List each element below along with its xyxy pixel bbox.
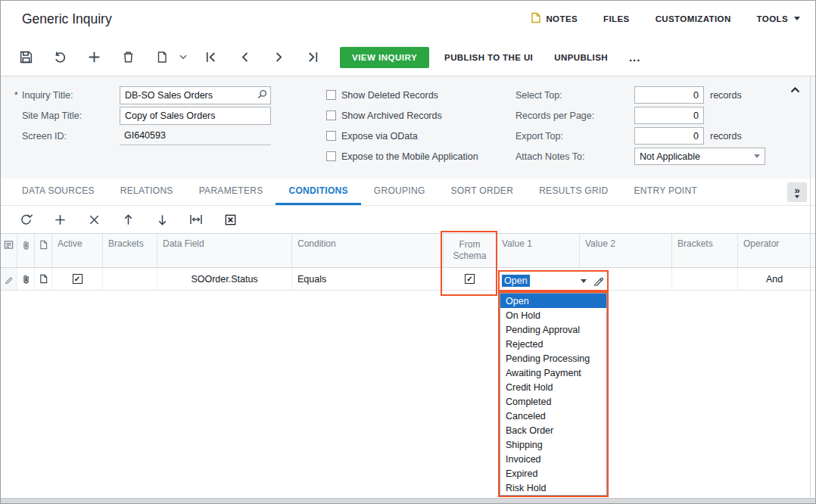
column-header-value1[interactable]: Value 1 bbox=[497, 234, 580, 267]
chevron-down-icon bbox=[754, 154, 760, 158]
row-activities-cell[interactable] bbox=[35, 268, 52, 290]
from-schema-cell[interactable]: ✓ bbox=[444, 268, 497, 290]
collapse-panel-button[interactable] bbox=[790, 82, 800, 96]
row-selector-cell[interactable] bbox=[1, 268, 17, 290]
tab-results-grid[interactable]: RESULTS GRID bbox=[526, 179, 621, 205]
data-field-cell[interactable]: SOOrder.Status bbox=[157, 268, 292, 290]
site-map-title-input[interactable] bbox=[120, 107, 271, 125]
column-header-condition[interactable]: Condition bbox=[292, 234, 444, 267]
condition-cell[interactable]: Equals bbox=[292, 268, 444, 290]
add-record-button[interactable] bbox=[81, 45, 107, 70]
files-button[interactable]: FILES bbox=[603, 14, 630, 23]
save-button[interactable] bbox=[13, 45, 39, 70]
tab-parameters[interactable]: PARAMETERS bbox=[186, 179, 276, 205]
column-header-data-field[interactable]: Data Field bbox=[157, 234, 292, 267]
tab-entry-point[interactable]: ENTRY POINT bbox=[621, 179, 711, 205]
form-right-column: Select Top: records Records per Page: Ex… bbox=[515, 85, 765, 166]
column-header-from-schema[interactable]: From Schema bbox=[444, 234, 497, 267]
show-deleted-records-checkbox[interactable]: Show Deleted Records bbox=[326, 85, 478, 105]
select-top-input[interactable] bbox=[634, 86, 704, 104]
active-cell[interactable]: ✓ bbox=[52, 268, 103, 290]
tab-conditions[interactable]: CONDITIONS bbox=[276, 179, 360, 205]
option-back-order[interactable]: Back Order bbox=[500, 423, 606, 437]
from-schema-checkbox-checked[interactable]: ✓ bbox=[465, 274, 475, 284]
column-header-notes[interactable] bbox=[1, 234, 17, 267]
tabs-overflow-button[interactable]: » bbox=[787, 182, 807, 202]
option-open[interactable]: Open bbox=[500, 294, 606, 308]
x-icon bbox=[89, 214, 100, 226]
tab-relations[interactable]: RELATIONS bbox=[107, 179, 186, 205]
attach-notes-value: Not Applicable bbox=[640, 151, 754, 162]
add-row-button[interactable] bbox=[47, 207, 73, 232]
value1-combo-editor[interactable]: Open bbox=[498, 270, 609, 291]
option-awaiting-payment[interactable]: Awaiting Payment bbox=[500, 366, 606, 380]
status-dropdown-list: Open On Hold Pending Approval Rejected P… bbox=[498, 291, 609, 497]
copy-icon bbox=[155, 50, 169, 64]
go-last-button[interactable] bbox=[300, 45, 325, 70]
records-per-page-input[interactable] bbox=[634, 107, 704, 124]
column-header-operator[interactable]: Operator bbox=[738, 234, 811, 267]
tab-sort-order[interactable]: SORT ORDER bbox=[438, 179, 527, 205]
option-risk-hold[interactable]: Risk Hold bbox=[500, 481, 606, 495]
move-row-up-button[interactable] bbox=[115, 207, 141, 232]
column-header-brackets[interactable]: Brackets bbox=[103, 234, 157, 267]
tab-data-sources[interactable]: DATA SOURCES bbox=[9, 179, 107, 205]
save-icon bbox=[19, 50, 33, 64]
brackets-cell[interactable] bbox=[103, 268, 157, 290]
screen-id-value: GI640593 bbox=[120, 127, 271, 145]
column-header-activities[interactable] bbox=[35, 234, 52, 267]
operator-cell[interactable]: And bbox=[738, 268, 811, 290]
expose-mobile-checkbox[interactable]: Expose to the Mobile Application bbox=[326, 146, 478, 166]
show-archived-records-checkbox[interactable]: Show Archived Records bbox=[326, 105, 478, 126]
column-header-brackets2[interactable]: Brackets bbox=[672, 234, 738, 267]
option-shipping[interactable]: Shipping bbox=[500, 437, 606, 452]
go-first-button[interactable] bbox=[198, 45, 223, 70]
pencil-edit-icon[interactable] bbox=[593, 276, 603, 286]
export-to-excel-button[interactable] bbox=[217, 207, 243, 232]
column-header-value2[interactable]: Value 2 bbox=[580, 234, 672, 267]
option-pending-approval[interactable]: Pending Approval bbox=[500, 322, 606, 337]
attach-notes-select[interactable]: Not Applicable bbox=[634, 148, 765, 165]
go-previous-button[interactable] bbox=[232, 45, 257, 70]
trash-icon bbox=[121, 50, 135, 64]
inquiry-title-input[interactable] bbox=[120, 86, 271, 104]
view-inquiry-button[interactable]: VIEW INQUIRY bbox=[340, 47, 429, 68]
delete-record-button[interactable] bbox=[115, 45, 141, 70]
option-pending-processing[interactable]: Pending Processing bbox=[500, 351, 606, 366]
expose-odata-checkbox[interactable]: Expose via OData bbox=[326, 126, 478, 146]
more-actions-button[interactable]: ... bbox=[618, 46, 652, 69]
copy-inquiry-button[interactable] bbox=[149, 45, 175, 70]
arrow-down-icon bbox=[156, 213, 169, 226]
notes-icon bbox=[531, 12, 541, 25]
delete-row-button[interactable] bbox=[81, 207, 107, 232]
row-files-cell[interactable] bbox=[17, 268, 35, 290]
active-checkbox-checked[interactable]: ✓ bbox=[73, 274, 83, 284]
refresh-button[interactable] bbox=[13, 207, 39, 232]
customization-button[interactable]: CUSTOMIZATION bbox=[656, 14, 731, 23]
tab-grouping[interactable]: GROUPING bbox=[361, 179, 438, 205]
option-expired[interactable]: Expired bbox=[500, 466, 606, 481]
option-rejected[interactable]: Rejected bbox=[500, 337, 606, 351]
publish-to-ui-button[interactable]: PUBLISH TO THE UI bbox=[434, 46, 543, 69]
option-invoiced[interactable]: Invoiced bbox=[500, 452, 606, 466]
fit-width-button[interactable] bbox=[183, 207, 209, 232]
fit-width-icon bbox=[189, 213, 203, 226]
brackets2-cell[interactable] bbox=[672, 268, 738, 290]
column-header-files[interactable] bbox=[17, 234, 35, 267]
option-canceled[interactable]: Canceled bbox=[500, 409, 606, 423]
option-credit-hold[interactable]: Credit Hold bbox=[500, 380, 606, 394]
copy-menu-chevron-button[interactable] bbox=[177, 45, 189, 70]
combo-dropdown-arrow-icon[interactable] bbox=[581, 279, 587, 283]
tools-menu-button[interactable]: TOOLS bbox=[757, 14, 800, 23]
notes-button[interactable]: NOTES bbox=[531, 12, 578, 25]
option-on-hold[interactable]: On Hold bbox=[500, 308, 606, 322]
undo-button[interactable] bbox=[47, 45, 73, 70]
unpublish-button[interactable]: UNPUBLISH bbox=[543, 46, 618, 69]
condition-row[interactable]: ✓ SOOrder.Status Equals ✓ And bbox=[1, 268, 815, 291]
export-top-input[interactable] bbox=[634, 127, 704, 145]
move-row-down-button[interactable] bbox=[149, 207, 175, 232]
option-completed[interactable]: Completed bbox=[500, 394, 606, 409]
go-next-button[interactable] bbox=[266, 45, 291, 70]
column-header-active[interactable]: Active bbox=[52, 234, 103, 267]
lookup-icon[interactable] bbox=[257, 89, 267, 102]
